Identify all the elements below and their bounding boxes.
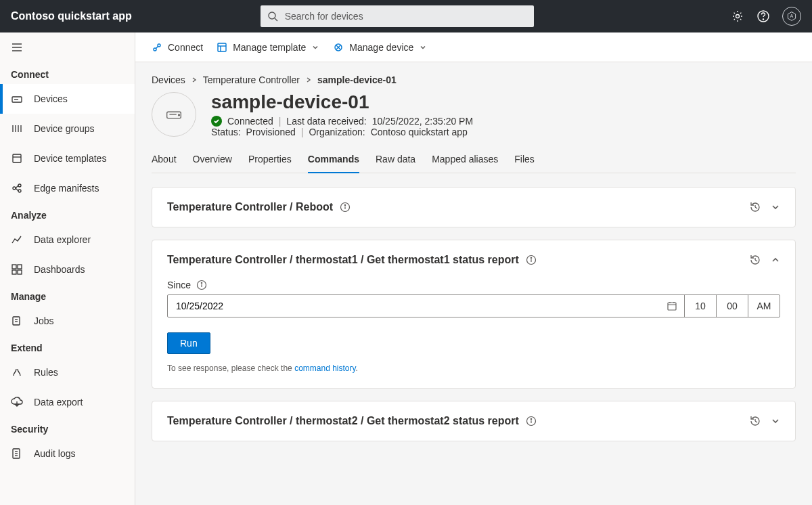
sidebar-item-data-export[interactable]: Data export bbox=[0, 387, 135, 417]
manage-device-button[interactable]: Manage device bbox=[333, 42, 427, 53]
dashboards-icon bbox=[11, 263, 23, 276]
templates-icon bbox=[11, 152, 23, 164]
sidebar-group-label: Manage bbox=[0, 284, 135, 306]
status-row-1: Connected | Last data received: 10/25/20… bbox=[211, 116, 473, 127]
sidebar: ConnectDevicesDevice groupsDevice templa… bbox=[0, 32, 135, 505]
status-value: Provisioned bbox=[246, 127, 296, 137]
sidebar-item-devices[interactable]: Devices bbox=[0, 84, 135, 114]
search-box[interactable] bbox=[261, 5, 534, 27]
page-head: sample-device-01 Connected | Last data r… bbox=[152, 92, 796, 137]
explorer-icon bbox=[11, 234, 23, 246]
devices-icon bbox=[11, 93, 23, 105]
svg-rect-38 bbox=[218, 43, 226, 51]
tab-mapped-aliases[interactable]: Mapped aliases bbox=[432, 147, 498, 173]
header-actions: A bbox=[731, 7, 801, 26]
command-card-header[interactable]: Temperature Controller / thermostat2 / G… bbox=[152, 401, 795, 441]
app-title: Contoso quickstart app bbox=[11, 10, 132, 22]
sidebar-item-label: Data explorer bbox=[34, 234, 91, 245]
svg-rect-26 bbox=[18, 270, 22, 274]
svg-rect-16 bbox=[13, 154, 21, 162]
sidebar-item-rules[interactable]: Rules bbox=[0, 357, 135, 387]
svg-line-22 bbox=[16, 188, 18, 191]
chevron-down-icon bbox=[311, 43, 319, 51]
manage-template-button[interactable]: Manage template bbox=[217, 42, 319, 53]
date-input[interactable] bbox=[168, 295, 684, 317]
command-card-body: Since1000AMRunTo see response, please ch… bbox=[152, 280, 795, 388]
sidebar-item-device-templates[interactable]: Device templates bbox=[0, 144, 135, 173]
connected-label: Connected bbox=[227, 116, 273, 127]
sidebar-item-edge-manifests[interactable]: Edge manifests bbox=[0, 173, 135, 203]
last-data-label: Last data received: bbox=[286, 116, 366, 127]
chevron-down-icon[interactable] bbox=[771, 416, 780, 426]
command-title: Temperature Controller / thermostat2 / G… bbox=[167, 415, 519, 427]
sidebar-item-device-groups[interactable]: Device groups bbox=[0, 114, 135, 144]
history-icon[interactable] bbox=[749, 415, 761, 427]
help-icon[interactable] bbox=[757, 9, 770, 23]
breadcrumb-sep bbox=[305, 76, 312, 83]
svg-line-54 bbox=[755, 260, 757, 261]
tab-files[interactable]: Files bbox=[514, 147, 535, 173]
command-history-link[interactable]: command history bbox=[294, 364, 355, 373]
hamburger-icon[interactable] bbox=[0, 32, 135, 62]
chevron-up-icon[interactable] bbox=[771, 255, 780, 265]
connect-button[interactable]: Connect bbox=[152, 42, 203, 53]
toolbar: Connect Manage template Manage device bbox=[135, 32, 812, 62]
manage-template-label: Manage template bbox=[233, 42, 306, 53]
breadcrumb-template[interactable]: Temperature Controller bbox=[203, 74, 300, 85]
sidebar-item-audit-logs[interactable]: Audit logs bbox=[0, 439, 135, 468]
sidebar-item-jobs[interactable]: Jobs bbox=[0, 306, 135, 336]
svg-point-0 bbox=[269, 12, 275, 19]
svg-line-49 bbox=[755, 207, 757, 208]
sidebar-item-label: Edge manifests bbox=[34, 183, 99, 194]
sidebar-item-label: Rules bbox=[34, 367, 58, 378]
info-icon[interactable] bbox=[340, 202, 351, 213]
chevron-down-icon[interactable] bbox=[771, 202, 780, 212]
hour-input[interactable]: 10 bbox=[684, 295, 716, 317]
search-input[interactable] bbox=[284, 10, 527, 22]
export-icon bbox=[11, 396, 23, 408]
tab-about[interactable]: About bbox=[152, 147, 177, 173]
svg-point-20 bbox=[18, 190, 21, 192]
info-icon[interactable] bbox=[196, 280, 207, 290]
info-icon[interactable] bbox=[526, 255, 537, 265]
info-icon[interactable] bbox=[526, 416, 537, 426]
connected-check-icon bbox=[211, 116, 222, 127]
history-icon[interactable] bbox=[749, 254, 761, 266]
sidebar-item-label: Jobs bbox=[34, 315, 54, 326]
gear-icon[interactable] bbox=[731, 9, 744, 23]
tabs: About Overview Properties Commands Raw d… bbox=[152, 147, 796, 173]
history-icon[interactable] bbox=[749, 201, 761, 213]
datetime-input: 1000AM bbox=[167, 294, 780, 317]
command-card: Temperature Controller / thermostat1 / G… bbox=[152, 240, 796, 389]
sidebar-item-dashboards[interactable]: Dashboards bbox=[0, 255, 135, 284]
command-card-header[interactable]: Temperature Controller / Reboot bbox=[152, 188, 795, 227]
sidebar-item-data-explorer[interactable]: Data explorer bbox=[0, 225, 135, 255]
command-card: Temperature Controller / thermostat2 / G… bbox=[152, 401, 796, 441]
org-label: Organization: bbox=[309, 127, 365, 137]
breadcrumb-devices[interactable]: Devices bbox=[152, 74, 185, 85]
groups-icon bbox=[11, 123, 23, 135]
tab-commands[interactable]: Commands bbox=[308, 147, 359, 173]
svg-point-64 bbox=[531, 418, 531, 419]
rules-icon bbox=[11, 366, 23, 378]
avatar[interactable]: A bbox=[782, 7, 801, 26]
edge-icon bbox=[11, 182, 23, 194]
minute-input[interactable]: 00 bbox=[716, 295, 748, 317]
sidebar-group-label: Extend bbox=[0, 336, 135, 357]
breadcrumb-sep bbox=[191, 76, 198, 83]
calendar-icon[interactable] bbox=[667, 301, 677, 311]
date-field[interactable] bbox=[175, 300, 667, 312]
svg-line-21 bbox=[16, 185, 18, 188]
run-button[interactable]: Run bbox=[167, 332, 210, 354]
svg-text:A: A bbox=[790, 13, 793, 19]
tab-overview[interactable]: Overview bbox=[193, 147, 232, 173]
tab-properties[interactable]: Properties bbox=[248, 147, 292, 173]
svg-point-36 bbox=[158, 44, 160, 47]
svg-point-4 bbox=[763, 19, 763, 20]
tab-raw-data[interactable]: Raw data bbox=[376, 147, 415, 173]
svg-point-57 bbox=[201, 282, 202, 283]
ampm-input[interactable]: AM bbox=[748, 295, 780, 317]
svg-rect-23 bbox=[12, 265, 16, 269]
search-icon bbox=[267, 11, 278, 22]
command-card-header[interactable]: Temperature Controller / thermostat1 / G… bbox=[152, 240, 795, 280]
